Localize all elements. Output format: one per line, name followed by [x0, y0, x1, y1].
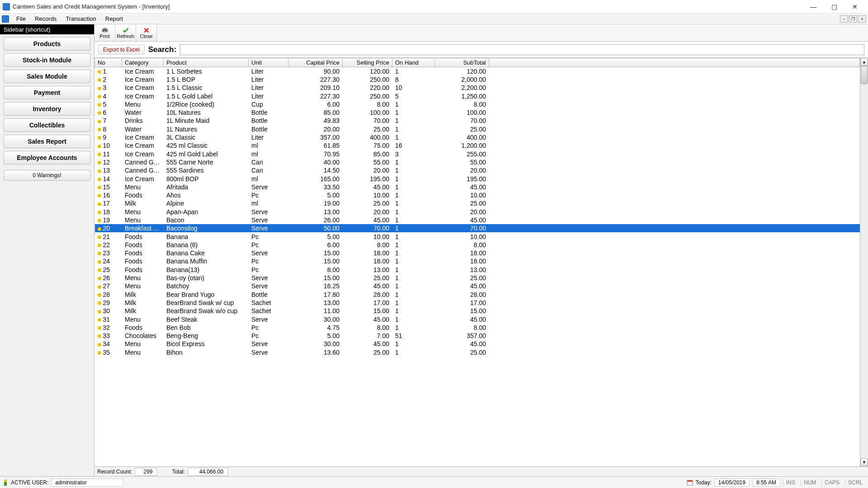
cell-on: 16 [392, 141, 435, 150]
menu-file[interactable]: File [12, 14, 30, 23]
table-row[interactable]: 8Water1L NaturesBottle20.0025.00125.00 [95, 125, 860, 133]
table-row[interactable]: 28MilkBear Brand YugoBottle17.8028.00128… [95, 291, 860, 299]
cell-sub: 17.00 [435, 299, 489, 307]
export-excel-button[interactable]: Export to Excel [98, 45, 145, 55]
table-row[interactable]: 4Ice Cream1.5 L Gold LabelLiter227.30250… [95, 92, 860, 100]
table-row[interactable]: 9Ice Cream3L ClassicLiter357.00400.00140… [95, 133, 860, 141]
cell-on: 1 [392, 166, 435, 174]
menu-transaction[interactable]: Transaction [61, 14, 100, 23]
table-row[interactable]: 23FoodsBanana CakeServe15.0018.00118.00 [95, 249, 860, 257]
sidebar-stock-in-module[interactable]: Stock-in Module [4, 53, 90, 67]
scroll-down-button[interactable]: ▼ [860, 458, 868, 466]
cell-sell: 25.00 [343, 199, 392, 207]
col-header-unit[interactable]: Unit [249, 58, 288, 67]
search-input[interactable] [180, 44, 864, 55]
cell-unit: Serve [249, 249, 288, 257]
vertical-scrollbar[interactable]: ▲ ▼ [860, 58, 868, 466]
table-row[interactable]: 25FoodsBanana(13)Pc8.0013.00113.00 [95, 266, 860, 274]
col-header-subtotal[interactable]: SubTotal [435, 58, 489, 67]
row-bullet-icon [98, 343, 101, 347]
table-row[interactable]: 14Ice Cream800ml BOPml165.00195.001195.0… [95, 174, 860, 183]
table-row[interactable]: 35MenuBihonServe13.6025.00125.00 [95, 348, 860, 357]
sidebar-products[interactable]: Products [4, 37, 90, 51]
cell-sub: 70.00 [435, 117, 489, 125]
cell-cap: 6.00 [288, 241, 343, 249]
table-row[interactable]: 32FoodsBen BobPc4.758.0018.00 [95, 324, 860, 332]
scroll-thumb[interactable] [861, 66, 868, 84]
user-icon [3, 479, 8, 486]
sidebar-payment[interactable]: Payment [4, 86, 90, 99]
sidebar-inventory[interactable]: Inventory [4, 102, 90, 116]
menu-records[interactable]: Records [30, 14, 61, 23]
col-header-product[interactable]: Product [164, 58, 249, 67]
table-row[interactable]: 13Canned G…555 SardinesCan14.5020.00120.… [95, 166, 860, 174]
cell-sell: 15.00 [343, 307, 392, 315]
table-row[interactable]: 27MenuBatchoyServe16.2545.00145.00 [95, 282, 860, 290]
col-header-on-hand[interactable]: On Hand [392, 58, 435, 67]
row-bullet-icon [98, 285, 101, 289]
sidebar-sales-module[interactable]: Sales Module [4, 70, 90, 83]
table-row[interactable]: 17MilkAlpineml19.0025.00125.00 [95, 199, 860, 207]
sidebar-sales-report[interactable]: Sales Report [4, 135, 90, 148]
table-row[interactable]: 22FoodsBanana (8)Pc6.008.0018.00 [95, 241, 860, 249]
row-bullet-icon [98, 111, 101, 115]
table-row[interactable]: 18MenuApan-ApanServe13.0020.00120.00 [95, 208, 860, 216]
close-window-button[interactable]: ✕ [844, 0, 865, 13]
cell-spacer [489, 324, 860, 332]
cell-spacer [489, 208, 860, 216]
sidebar-employee-accounts[interactable]: Employee Accounts [4, 151, 90, 164]
table-row[interactable]: 16FoodsAhosPc5.0010.00110.00 [95, 191, 860, 199]
table-row[interactable]: 30MilkBearBrand Swak w/o cupSachet11.001… [95, 307, 860, 315]
caps-indicator: CAPS [821, 479, 842, 486]
table-row[interactable]: 33ChocolatesBeng-BengPc5.007.0051357.00 [95, 332, 860, 340]
cell-spacer [489, 92, 860, 100]
table-row[interactable]: 34MenuBicol ExpressServe30.0045.00145.00 [95, 340, 860, 348]
table-row[interactable]: 26MenuBas-oy (otan)Serve15.0025.00125.00 [95, 274, 860, 282]
maximize-button[interactable]: ▢ [824, 0, 844, 13]
cell-unit: ml [249, 199, 288, 207]
mdi-close-button[interactable]: × [858, 15, 866, 23]
col-header-selling-price[interactable]: Selling Price [343, 58, 392, 67]
table-row[interactable]: 15MenuAfritadaServe33.5045.00145.00 [95, 183, 860, 191]
table-row[interactable]: 11Ice Cream425 ml Gold Labelml70.9585.00… [95, 150, 860, 158]
table-row[interactable]: 21FoodsBananaPc5.0010.00110.00 [95, 232, 860, 240]
col-header-capital-price[interactable]: Capital Price [288, 58, 343, 67]
cell-cap: 16.25 [288, 282, 343, 290]
table-row[interactable]: 10Ice Cream425 ml Classicml61.8575.00161… [95, 141, 860, 150]
table-row[interactable]: 24FoodsBanana MuffinPc15.0018.00118.00 [95, 257, 860, 265]
minimize-button[interactable]: — [803, 0, 824, 13]
inventory-grid[interactable]: NoCategoryProductUnitCapital PriceSellin… [94, 58, 860, 466]
cell-cat: Milk [122, 199, 164, 207]
close-button[interactable]: Close [136, 24, 157, 41]
cell-cat: Foods [122, 191, 164, 199]
table-row[interactable]: 2Ice Cream1.5 L BOPLiter227.30250.0082,0… [95, 75, 860, 84]
table-row[interactable]: 3Ice Cream1.5 L ClassicLiter209.10220.00… [95, 84, 860, 92]
calendar-icon [687, 479, 693, 486]
cell-cat: Ice Cream [122, 75, 164, 84]
table-row[interactable]: 12Canned G…555 Carne NorteCan40.0055.001… [95, 158, 860, 166]
table-row[interactable]: 1Ice Cream1 L SorbetesLiter90.00120.0011… [95, 67, 860, 75]
menu-report[interactable]: Report [101, 14, 127, 23]
table-row[interactable]: 6Water10L NaturesBottle85.00100.001100.0… [95, 108, 860, 117]
print-button[interactable]: Print [94, 24, 115, 41]
cell-no: 16 [95, 191, 122, 199]
col-header-no[interactable]: No [95, 58, 122, 67]
sidebar-warnings-button[interactable]: 0 Warnings! [4, 170, 90, 181]
table-row[interactable]: 19MenuBaconServe26.0045.00145.00 [95, 216, 860, 224]
table-row[interactable]: 5Menu1/2Rice (cooked)Cup6.008.0018.00 [95, 100, 860, 108]
row-bullet-icon [98, 334, 101, 338]
sidebar-collectibles[interactable]: Collectibles [4, 118, 90, 132]
refresh-button[interactable]: Refresh [115, 24, 136, 41]
mdi-restore-button[interactable]: ❐ [849, 15, 857, 23]
table-row[interactable]: 29MilkBearBrand Swak w/ cupSachet13.0017… [95, 299, 860, 307]
col-header-category[interactable]: Category [122, 58, 164, 67]
table-row[interactable]: 31MenuBeef SteakServe30.0045.00145.00 [95, 315, 860, 323]
scroll-up-button[interactable]: ▲ [860, 58, 868, 66]
cell-cat: Ice Cream [122, 150, 164, 158]
cell-unit: Bottle [249, 125, 288, 133]
cell-unit: Liter [249, 133, 288, 141]
table-row[interactable]: 7Drinks1L Minute MaidBottle49.8370.00170… [95, 117, 860, 125]
table-row[interactable]: 20Breakfast …BaconsilogServe50.0070.0017… [95, 224, 860, 232]
ins-indicator: INS [783, 479, 798, 486]
mdi-minimize-button[interactable]: – [840, 15, 848, 23]
